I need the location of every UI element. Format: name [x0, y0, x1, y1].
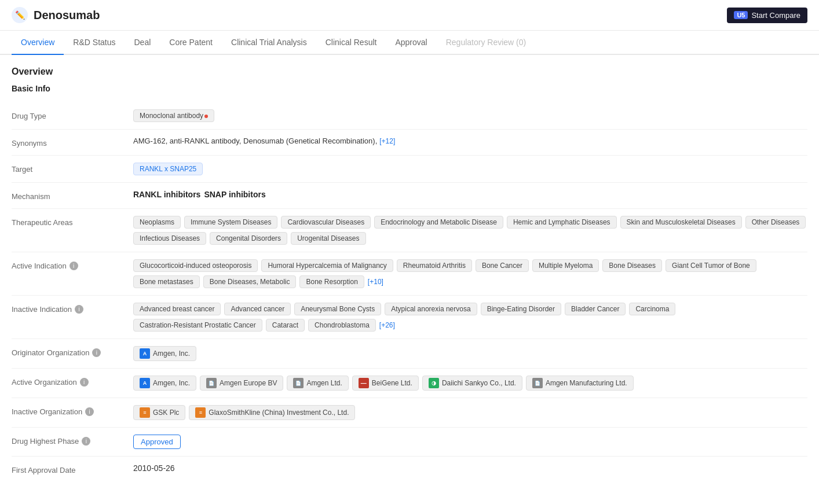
- tab-rd-status[interactable]: R&D Status: [64, 31, 125, 55]
- inactive-indication-tag: Aneurysmal Bone Cysts: [294, 303, 381, 315]
- beigene-name: BeiGene Ltd.: [372, 379, 412, 387]
- active-org-tag-1: A Amgen, Inc.: [133, 376, 196, 391]
- amgen-mfg-name: Amgen Manufacturing Ltd.: [546, 379, 627, 387]
- target-label: Target: [12, 163, 133, 174]
- inactive-indication-more[interactable]: [+26]: [379, 321, 395, 329]
- approved-badge: Approved: [133, 435, 181, 449]
- amgen-europe-name: Amgen Europe BV: [220, 379, 277, 387]
- inactive-indication-tag: Advanced cancer: [224, 303, 291, 315]
- mechanism-text-2: SNAP inhibitors: [204, 190, 265, 199]
- active-org-info-icon[interactable]: i: [80, 378, 89, 387]
- amgen-mfg-logo: 📄: [532, 378, 543, 388]
- therapeutic-area-tag: Immune System Diseases: [184, 216, 277, 229]
- drug-highest-phase-value: Approved: [133, 435, 807, 449]
- drug-name: Denosumab: [34, 9, 100, 22]
- mechanism-value: RANKL inhibitors SNAP inhibitors: [133, 190, 807, 199]
- inactive-indication-label: Inactive Indication i: [12, 303, 133, 314]
- drug-highest-phase-row: Drug Highest Phase i Approved: [12, 428, 807, 456]
- inactive-indication-info-icon[interactable]: i: [75, 305, 83, 314]
- inactive-org-value: ≡ GSK Plc ≡ GlaxoSmithKline (China) Inve…: [133, 405, 807, 420]
- amgen-europe-logo: 📄: [206, 378, 217, 388]
- active-org-tag-3: 📄 Amgen Ltd.: [287, 376, 348, 391]
- daiichi-logo: ◑: [429, 378, 439, 388]
- therapeutic-area-tag: Hemic and Lymphatic Diseases: [507, 216, 617, 229]
- therapeutic-areas-row: Therapeutic Areas NeoplasmsImmune System…: [12, 209, 807, 252]
- active-org-tag-6: 📄 Amgen Manufacturing Ltd.: [526, 376, 634, 391]
- drug-icon: ✏️: [12, 7, 28, 23]
- synonyms-label: Synonyms: [12, 137, 133, 148]
- active-indication-row: Active Indication i Glucocorticoid-induc…: [12, 252, 807, 295]
- therapeutic-area-tag: Skin and Musculoskeletal Diseases: [620, 216, 742, 229]
- inactive-indication-row: Inactive Indication i Advanced breast ca…: [12, 296, 807, 339]
- navigation-tabs: Overview R&D Status Deal Core Patent Cli…: [0, 31, 819, 55]
- beigene-logo: —: [359, 378, 369, 388]
- originator-org-info-icon[interactable]: i: [92, 348, 101, 357]
- synonyms-text: AMG-162, anti-RANKL antibody, Denosumab …: [133, 137, 395, 145]
- first-approval-date-label: First Approval Date: [12, 463, 133, 474]
- originator-org-tag: A Amgen, Inc.: [133, 346, 196, 361]
- inactive-indication-tag: Carcinoma: [629, 303, 675, 315]
- inactive-indication-tag: Binge-Eating Disorder: [481, 303, 561, 315]
- inactive-org-info-icon[interactable]: i: [85, 407, 94, 416]
- inactive-org-label: Inactive Organization i: [12, 405, 133, 416]
- active-indication-tag: Humoral Hypercalcemia of Malignancy: [261, 259, 393, 272]
- basic-info-title: Basic Info: [12, 84, 807, 93]
- mechanism-text-1: RANKL inhibitors: [133, 190, 200, 199]
- start-compare-button[interactable]: U5 Start Compare: [727, 8, 807, 23]
- first-approval-date-row: First Approval Date 2010-05-26: [12, 457, 807, 482]
- active-org-tag-2: 📄 Amgen Europe BV: [200, 376, 283, 391]
- active-org-tag-5: ◑ Daiichi Sankyo Co., Ltd.: [422, 376, 522, 391]
- active-indication-more[interactable]: [+10]: [368, 278, 383, 286]
- active-indication-tag: Rheumatoid Arthritis: [397, 259, 472, 272]
- tab-overview[interactable]: Overview: [12, 31, 64, 55]
- gsk-china-logo: ≡: [195, 407, 206, 418]
- inactive-indication-tag: Chondroblastoma: [308, 319, 376, 332]
- inactive-indication-tag: Advanced breast cancer: [133, 303, 221, 315]
- gsk-name: GSK Plc: [153, 409, 179, 417]
- drug-type-label: Drug Type: [12, 109, 133, 120]
- active-indication-tag: Bone metastases: [133, 275, 200, 288]
- tab-core-patent[interactable]: Core Patent: [160, 31, 222, 55]
- therapeutic-areas-label: Therapeutic Areas: [12, 216, 133, 227]
- therapeutic-area-tag: Other Diseases: [745, 216, 806, 229]
- page-title: Overview: [12, 67, 807, 77]
- active-indication-tag: Bone Cancer: [476, 259, 529, 272]
- amgen-name-2: Amgen, Inc.: [153, 379, 190, 387]
- therapeutic-areas-value: NeoplasmsImmune System DiseasesCardiovas…: [133, 216, 807, 245]
- synonyms-row: Synonyms AMG-162, anti-RANKL antibody, D…: [12, 130, 807, 155]
- target-tag[interactable]: RANKL x SNAP25: [133, 163, 203, 175]
- tab-regulatory: Regulatory Review (0): [437, 31, 536, 55]
- drug-highest-phase-info-icon[interactable]: i: [82, 437, 90, 446]
- active-indication-tag: Bone Diseases, Metabolic: [203, 275, 297, 288]
- header: ✏️ Denosumab U5 Start Compare: [0, 0, 819, 31]
- inactive-org-row: Inactive Organization i ≡ GSK Plc ≡ Glax…: [12, 398, 807, 427]
- amgen-name: Amgen, Inc.: [153, 350, 190, 358]
- active-org-label: Active Organization i: [12, 376, 133, 387]
- amgen-logo-2: A: [140, 378, 150, 388]
- drug-highest-phase-label: Drug Highest Phase i: [12, 435, 133, 446]
- drug-type-row: Drug Type Monoclonal antibody: [12, 102, 807, 129]
- active-indication-label: Active Indication i: [12, 259, 133, 270]
- synonyms-more[interactable]: [+12]: [379, 137, 395, 145]
- tab-deal[interactable]: Deal: [125, 31, 160, 55]
- inactive-org-tag-2: ≡ GlaxoSmithKline (China) Investment Co.…: [189, 405, 355, 420]
- active-indication-tag: Multiple Myeloma: [532, 259, 599, 272]
- active-org-value: A Amgen, Inc. 📄 Amgen Europe BV 📄 Amgen …: [133, 376, 807, 391]
- compare-label: Start Compare: [751, 11, 800, 20]
- approval-date-text: 2010-05-26: [133, 463, 175, 473]
- tab-clinical-trial[interactable]: Clinical Trial Analysis: [222, 31, 316, 55]
- tab-clinical-result[interactable]: Clinical Result: [316, 31, 386, 55]
- active-indication-info-icon[interactable]: i: [70, 262, 78, 270]
- compare-badge: U5: [734, 11, 748, 19]
- therapeutic-area-tag: Urogenital Diseases: [291, 232, 365, 245]
- tab-approval[interactable]: Approval: [386, 31, 436, 55]
- active-org-row: Active Organization i A Amgen, Inc. 📄 Am…: [12, 369, 807, 398]
- therapeutic-area-tag: Infectious Diseases: [133, 232, 206, 245]
- amgen-logo: A: [140, 348, 150, 359]
- inactive-indication-tag: Bladder Cancer: [565, 303, 626, 315]
- target-value: RANKL x SNAP25: [133, 163, 807, 175]
- therapeutic-area-tag: Congenital Disorders: [210, 232, 287, 245]
- active-indication-tag: Bone Diseases: [602, 259, 662, 272]
- drug-type-tag: Monoclonal antibody: [133, 109, 214, 122]
- originator-org-value: A Amgen, Inc.: [133, 346, 807, 361]
